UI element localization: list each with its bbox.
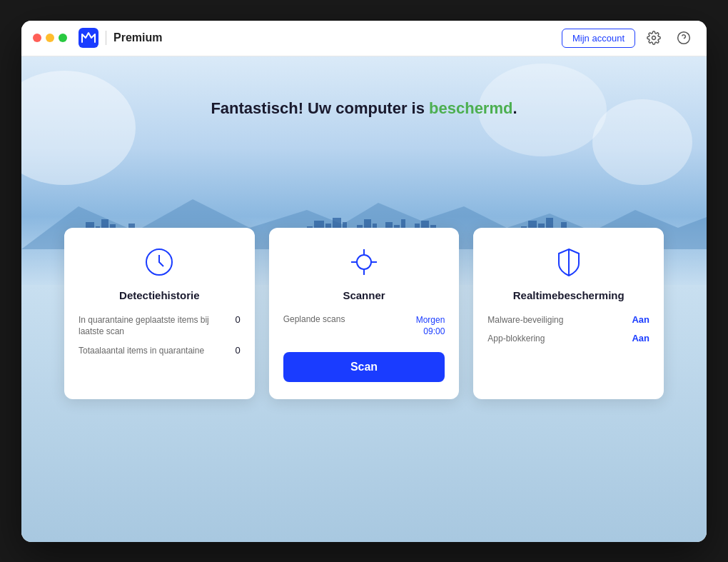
shield-icon <box>552 245 586 279</box>
gear-icon <box>647 31 661 45</box>
hero-headline: Fantastisch! Uw computer is beschermd. <box>21 99 707 118</box>
realtime-row-2-label: App-blokkering <box>487 333 626 345</box>
logo-area: Premium <box>79 28 562 48</box>
scanner-info-row: Geplande scans Morgen09:00 <box>283 314 445 338</box>
help-icon <box>677 31 691 45</box>
cloud-1 <box>21 71 136 185</box>
help-button[interactable] <box>672 26 695 49</box>
account-button[interactable]: Mijn account <box>562 29 635 48</box>
realtime-row-1-value: Aan <box>632 314 649 325</box>
detection-row-2: Totaalaantal items in quarantaine 0 <box>79 345 241 357</box>
titlebar: Premium Mijn account <box>21 21 707 56</box>
app-logo <box>79 28 98 48</box>
realtime-row-2: App-blokkering Aan <box>487 333 649 345</box>
settings-button[interactable] <box>642 26 665 49</box>
detection-row-1-value: 0 <box>235 314 240 325</box>
maximize-button[interactable] <box>59 34 67 42</box>
cards-container: Detectiehistorie In quarantaine geplaats… <box>64 228 664 400</box>
detection-row-1-label: In quarantaine geplaatste items bij laat… <box>79 314 229 338</box>
scanner-title: Scanner <box>283 289 445 301</box>
logo-divider <box>106 31 106 45</box>
detection-icon-wrapper <box>79 245 241 279</box>
realtime-row-2-value: Aan <box>632 333 649 343</box>
realtime-row-1: Malware-beveiliging Aan <box>487 314 649 326</box>
realtime-icon-wrapper <box>487 245 649 279</box>
detection-row-2-value: 0 <box>235 345 240 356</box>
detection-title: Detectiehistorie <box>79 289 241 301</box>
minimize-button[interactable] <box>46 34 54 42</box>
headline-prefix: Fantastisch! Uw computer is <box>211 99 429 117</box>
bottom-section: Detectiehistorie In quarantaine geplaats… <box>21 285 707 542</box>
detection-history-card: Detectiehistorie In quarantaine geplaats… <box>64 228 255 400</box>
detection-row-1: In quarantaine geplaatste items bij laat… <box>79 314 241 338</box>
scan-button[interactable]: Scan <box>283 352 445 382</box>
headline-status: beschermd <box>429 99 512 117</box>
detection-row-2-label: Totaalaantal items in quarantaine <box>79 345 229 357</box>
scanner-icon-wrapper <box>283 245 445 279</box>
svg-point-1 <box>652 36 656 40</box>
scanner-scheduled-value: Morgen09:00 <box>416 314 445 338</box>
clock-icon <box>142 245 176 279</box>
scanner-card: Scanner Geplande scans Morgen09:00 Scan <box>269 228 460 400</box>
main-content: Fantastisch! Uw computer is beschermd. D… <box>21 56 707 542</box>
logo-text: Premium <box>113 31 162 44</box>
realtime-protection-card: Realtimebescherming Malware-beveiliging … <box>473 228 664 400</box>
svg-point-2 <box>678 32 690 44</box>
titlebar-actions: Mijn account <box>562 26 695 49</box>
realtime-row-1-label: Malware-beveiliging <box>487 314 626 326</box>
app-window: Premium Mijn account <box>21 21 707 542</box>
realtime-title: Realtimebescherming <box>487 289 649 301</box>
svg-point-37 <box>357 255 371 269</box>
crosshair-icon <box>347 245 381 279</box>
scanner-scheduled-label: Geplande scans <box>283 314 345 324</box>
close-button[interactable] <box>33 34 41 42</box>
traffic-lights <box>33 34 67 42</box>
headline-suffix: . <box>512 99 517 117</box>
